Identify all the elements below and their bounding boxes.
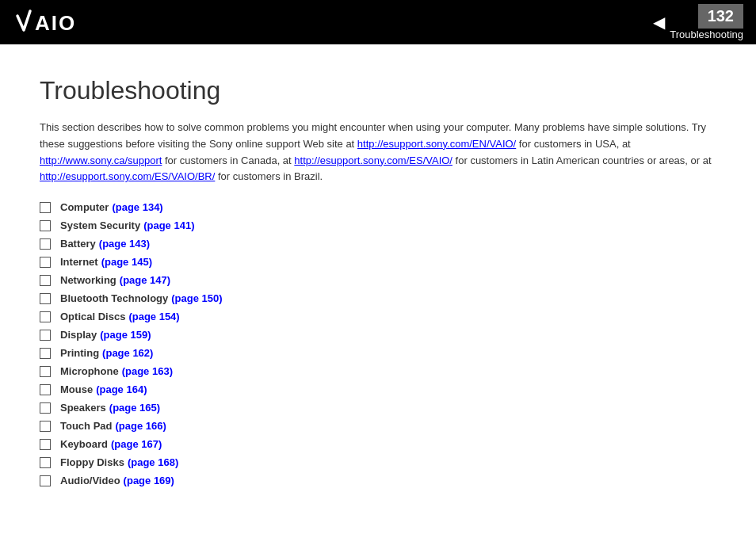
checkbox-icon — [40, 384, 51, 395]
url4-link[interactable]: http://esupport.sony.com/ES/VAIO/BR/ — [40, 170, 215, 182]
topic-page-link[interactable]: (page 147) — [120, 274, 170, 286]
checkbox-icon — [40, 220, 51, 231]
topic-page-link[interactable]: (page 165) — [109, 402, 160, 414]
page-number: 132 — [698, 4, 743, 29]
topic-page-link[interactable]: (page 164) — [96, 383, 147, 395]
list-item: Networking (page 147) — [40, 274, 716, 286]
topic-page-link[interactable]: (page 143) — [99, 238, 150, 250]
list-item: Printing (page 162) — [40, 347, 716, 359]
list-item: System Security (page 141) — [40, 219, 716, 231]
topic-label: Display — [60, 329, 97, 341]
checkbox-icon — [40, 457, 51, 468]
svg-text:AIO: AIO — [35, 11, 76, 35]
list-item: Mouse (page 164) — [40, 383, 716, 395]
topic-page-link[interactable]: (page 162) — [102, 347, 153, 359]
list-item: Keyboard (page 167) — [40, 438, 716, 450]
topic-page-link[interactable]: (page 167) — [111, 438, 162, 450]
topic-label: Speakers — [60, 402, 106, 414]
topic-page-link[interactable]: (page 166) — [115, 420, 166, 432]
intro-text-part3: for customers in Canada, at — [162, 154, 294, 166]
page-info: 132 Troubleshooting — [670, 4, 743, 40]
topic-label: Audio/Video — [60, 475, 120, 486]
topic-label: Internet — [60, 256, 98, 268]
list-item: Battery (page 143) — [40, 238, 716, 250]
topic-label: Optical Discs — [60, 311, 125, 322]
topic-list: Computer (page 134)System Security (page… — [40, 201, 716, 486]
url1-link[interactable]: http://esupport.sony.com/EN/VAIO/ — [357, 138, 516, 150]
checkbox-icon — [40, 348, 51, 359]
list-item: Speakers (page 165) — [40, 402, 716, 414]
topic-label: Printing — [60, 347, 99, 359]
topic-label: System Security — [60, 219, 140, 231]
topic-page-link[interactable]: (page 168) — [128, 456, 178, 468]
intro-text-part4: for customers in Latin American countrie… — [452, 154, 712, 166]
topic-page-link[interactable]: (page 150) — [171, 292, 222, 304]
checkbox-icon — [40, 311, 51, 322]
topic-label: Networking — [60, 274, 116, 286]
checkbox-icon — [40, 402, 51, 414]
header: AIO ◀ 132 Troubleshooting — [0, 0, 756, 44]
url2-link[interactable]: http://www.sony.ca/support — [40, 154, 162, 166]
checkbox-icon — [40, 366, 51, 377]
intro-text-part2: for customers in USA, at — [516, 138, 631, 150]
list-item: Computer (page 134) — [40, 201, 716, 213]
vaio-logo-svg: AIO — [13, 8, 92, 36]
topic-page-link[interactable]: (page 154) — [128, 311, 179, 322]
checkbox-icon — [40, 421, 51, 432]
checkbox-icon — [40, 330, 51, 341]
topic-page-link[interactable]: (page 145) — [101, 256, 152, 268]
topic-label: Mouse — [60, 383, 93, 395]
nav-arrow-icon: ◀ — [653, 14, 665, 30]
list-item: Microphone (page 163) — [40, 365, 716, 377]
topic-page-link[interactable]: (page 169) — [124, 475, 174, 486]
list-item: Audio/Video (page 169) — [40, 475, 716, 486]
topic-page-link[interactable]: (page 134) — [112, 201, 162, 213]
section-title: Troubleshooting — [670, 29, 743, 40]
checkbox-icon — [40, 293, 51, 304]
topic-label: Touch Pad — [60, 420, 112, 432]
checkbox-icon — [40, 439, 51, 450]
topic-page-link[interactable]: (page 163) — [122, 365, 173, 377]
header-right: ◀ 132 Troubleshooting — [653, 4, 743, 40]
list-item: Internet (page 145) — [40, 256, 716, 268]
list-item: Floppy Disks (page 168) — [40, 456, 716, 468]
topic-label: Keyboard — [60, 438, 108, 450]
logo: AIO — [13, 8, 92, 36]
topic-label: Computer — [60, 201, 109, 213]
checkbox-icon — [40, 238, 51, 250]
topic-label: Microphone — [60, 365, 119, 377]
main-content: Troubleshooting This section describes h… — [0, 44, 756, 534]
topic-page-link[interactable]: (page 159) — [100, 329, 151, 341]
list-item: Display (page 159) — [40, 329, 716, 341]
topic-label: Floppy Disks — [60, 456, 124, 468]
list-item: Optical Discs (page 154) — [40, 311, 716, 322]
topic-label: Battery — [60, 238, 96, 250]
list-item: Touch Pad (page 166) — [40, 420, 716, 432]
checkbox-icon — [40, 257, 51, 268]
checkbox-icon — [40, 475, 51, 486]
topic-page-link[interactable]: (page 141) — [143, 219, 194, 231]
topic-label: Bluetooth Technology — [60, 292, 168, 304]
intro-paragraph: This section describes how to solve comm… — [40, 120, 716, 185]
page-title: Troubleshooting — [40, 76, 716, 105]
checkbox-icon — [40, 202, 51, 213]
checkbox-icon — [40, 275, 51, 286]
list-item: Bluetooth Technology (page 150) — [40, 292, 716, 304]
url3-link[interactable]: http://esupport.sony.com/ES/VAIO/ — [294, 154, 452, 166]
intro-text-end: for customers in Brazil. — [215, 170, 323, 182]
